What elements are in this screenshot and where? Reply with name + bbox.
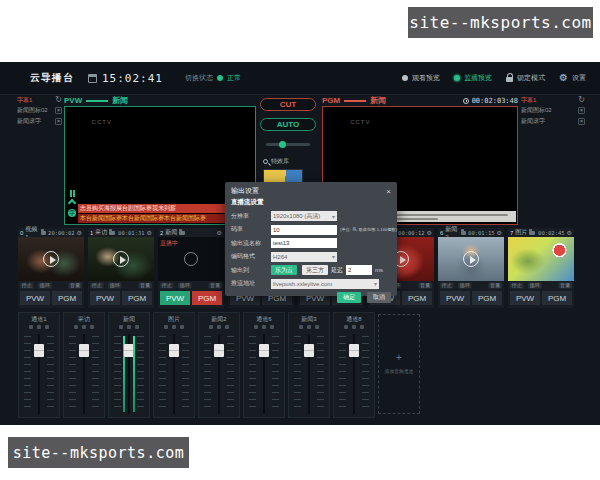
stop-chip[interactable]: 停止 bbox=[440, 283, 454, 289]
speaker-icon[interactable] bbox=[127, 325, 131, 329]
mic-icon[interactable] bbox=[180, 325, 184, 329]
fader-handle[interactable] bbox=[214, 344, 224, 357]
delay-input[interactable] bbox=[346, 265, 372, 275]
source-tile-2[interactable]: 2 新闻 ⚙ 直播中 停止 循环 音量 PVW PGM bbox=[158, 228, 224, 308]
headphone-icon[interactable] bbox=[299, 325, 303, 329]
mic-icon[interactable] bbox=[360, 325, 364, 329]
gear-icon[interactable]: ⚙ bbox=[427, 229, 432, 236]
source-thumbnail[interactable] bbox=[438, 237, 504, 281]
auto-button[interactable]: AUTO bbox=[260, 118, 316, 131]
source-tile-6[interactable]: 6 新闻2 00:01:15 ⚙ 停止 循环 音量 PVW PGM bbox=[438, 228, 504, 308]
settings-button[interactable]: ⚙ 设置 bbox=[559, 73, 586, 83]
send-to-pvw-button[interactable]: PVW bbox=[90, 291, 120, 305]
volume-fader[interactable] bbox=[246, 332, 282, 416]
stop-chip[interactable]: 停止 bbox=[160, 283, 174, 289]
layer-item[interactable]: 新闻图标02 × bbox=[17, 105, 62, 116]
speaker-icon[interactable] bbox=[307, 325, 311, 329]
fader-handle[interactable] bbox=[259, 344, 269, 357]
volume-fader[interactable] bbox=[21, 332, 57, 416]
volume-fader[interactable] bbox=[291, 332, 327, 416]
output-option-thirdparty[interactable]: 第三方 bbox=[302, 265, 328, 275]
mic-icon[interactable] bbox=[90, 325, 94, 329]
slider-knob[interactable] bbox=[279, 141, 286, 148]
pause-icon[interactable] bbox=[69, 190, 76, 197]
send-to-pgm-button[interactable]: PGM bbox=[472, 291, 502, 305]
headphone-icon[interactable] bbox=[29, 325, 33, 329]
cancel-button[interactable]: 取消 bbox=[367, 292, 391, 303]
remove-layer-icon[interactable]: × bbox=[578, 118, 585, 125]
effects-library[interactable]: 特效库 bbox=[263, 157, 317, 166]
mic-icon[interactable] bbox=[270, 325, 274, 329]
headphone-icon[interactable] bbox=[164, 325, 168, 329]
send-to-pvw-button[interactable]: PVW bbox=[160, 291, 190, 305]
volume-chip[interactable]: 音量 bbox=[488, 283, 502, 289]
source-thumbnail[interactable] bbox=[18, 237, 84, 281]
push-url-select[interactable]: livepush.xxleylive.com ▾ bbox=[271, 279, 379, 289]
volume-chip[interactable]: 音量 bbox=[208, 283, 222, 289]
encode-format-select[interactable]: H264 ▾ bbox=[271, 252, 337, 262]
output-option-cloud[interactable]: 乐为云 bbox=[271, 265, 297, 275]
close-icon[interactable]: × bbox=[386, 187, 391, 196]
fader-handle[interactable] bbox=[34, 344, 44, 357]
transition-slider[interactable] bbox=[266, 143, 310, 146]
speaker-icon[interactable] bbox=[217, 325, 221, 329]
remove-layer-icon[interactable]: × bbox=[55, 118, 62, 125]
send-to-pvw-button[interactable]: PVW bbox=[440, 291, 470, 305]
chevron-up-icon[interactable] bbox=[68, 199, 76, 207]
volume-fader[interactable] bbox=[156, 332, 192, 416]
loop-chip[interactable]: 循环 bbox=[38, 283, 52, 289]
loop-chip[interactable]: 循环 bbox=[528, 283, 542, 289]
gear-icon[interactable]: ⚙ bbox=[77, 229, 82, 236]
layer-item[interactable]: 新闻滚字 × bbox=[521, 116, 585, 127]
speaker-icon[interactable] bbox=[262, 325, 266, 329]
remove-layer-icon[interactable]: × bbox=[55, 107, 62, 114]
fader-handle[interactable] bbox=[79, 344, 89, 357]
volume-fader[interactable] bbox=[336, 332, 372, 416]
lock-mode-button[interactable]: 锁定模式 bbox=[506, 73, 545, 83]
send-to-pgm-button[interactable]: PGM bbox=[122, 291, 152, 305]
play-icon[interactable] bbox=[113, 251, 129, 267]
monitor-preview-toggle[interactable]: 监播预览 bbox=[454, 73, 492, 83]
volume-fader[interactable] bbox=[111, 332, 147, 416]
source-tile-1[interactable]: 1 采访 00:01:31 ⚙ 停止 循环 音量 PVW PGM bbox=[88, 228, 154, 308]
volume-chip[interactable]: 音量 bbox=[138, 283, 152, 289]
source-thumbnail[interactable] bbox=[508, 237, 574, 281]
volume-chip[interactable]: 音量 bbox=[418, 283, 432, 289]
volume-fader[interactable] bbox=[66, 332, 102, 416]
gear-icon[interactable]: ⚙ bbox=[567, 229, 572, 236]
send-to-pgm-button[interactable]: PGM bbox=[192, 291, 222, 305]
speaker-icon[interactable] bbox=[37, 325, 41, 329]
add-audio-channel-button[interactable]: + 添加音频通道 bbox=[378, 314, 420, 414]
volume-fader[interactable] bbox=[201, 332, 237, 416]
cut-button[interactable]: CUT bbox=[260, 98, 316, 111]
stop-chip[interactable]: 停止 bbox=[90, 283, 104, 289]
fader-handle[interactable] bbox=[169, 344, 179, 357]
layer-item[interactable]: 新闻滚字 × bbox=[17, 116, 62, 127]
loop-chip[interactable]: 循环 bbox=[458, 283, 472, 289]
fader-handle[interactable] bbox=[304, 344, 314, 357]
gear-icon[interactable]: ⚙ bbox=[497, 229, 502, 236]
speaker-icon[interactable] bbox=[352, 325, 356, 329]
watch-preview-toggle[interactable]: 观看预览 bbox=[402, 73, 440, 83]
loop-chip[interactable]: 循环 bbox=[178, 283, 192, 289]
send-to-pgm-button[interactable]: PGM bbox=[52, 291, 82, 305]
source-thumbnail[interactable] bbox=[88, 237, 154, 281]
refresh-icon[interactable]: ↻ bbox=[55, 96, 62, 104]
source-thumbnail[interactable]: 直播中 bbox=[158, 237, 224, 281]
play-icon[interactable] bbox=[463, 251, 479, 267]
headphone-icon[interactable] bbox=[74, 325, 78, 329]
loop-chip[interactable]: 循环 bbox=[108, 283, 122, 289]
layer-item[interactable]: 新闻图标02 × bbox=[521, 105, 585, 116]
speaker-icon[interactable] bbox=[82, 325, 86, 329]
speaker-icon[interactable] bbox=[172, 325, 176, 329]
send-to-pgm-button[interactable]: PGM bbox=[402, 291, 432, 305]
source-tile-0[interactable]: 0 视频1 20:00:02 ⚙ 停止 循环 音量 PVW PGM bbox=[18, 228, 84, 308]
headphone-icon[interactable] bbox=[119, 325, 123, 329]
subtitle-badge[interactable]: 字 bbox=[68, 209, 76, 217]
send-to-pvw-button[interactable]: PVW bbox=[510, 291, 540, 305]
headphone-icon[interactable] bbox=[344, 325, 348, 329]
stream-name-input[interactable] bbox=[271, 238, 337, 248]
play-icon[interactable] bbox=[43, 251, 59, 267]
remove-layer-icon[interactable]: × bbox=[578, 107, 585, 114]
mic-icon[interactable] bbox=[225, 325, 229, 329]
